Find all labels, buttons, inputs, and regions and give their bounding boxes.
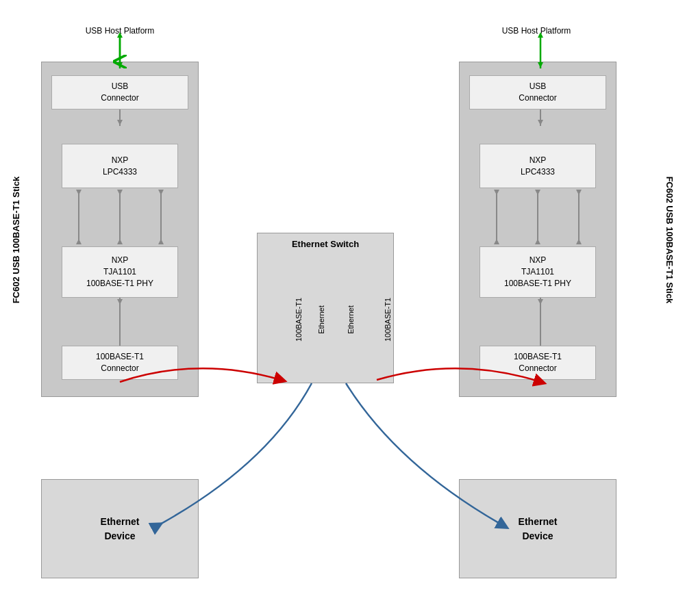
ethernet-switch-box: Ethernet Switch 100BASE-T1 Ethernet Ethe…: [257, 233, 394, 383]
ethernet-switch-label: Ethernet Switch: [258, 239, 393, 249]
switch-port-ethernet-right: Ethernet: [347, 305, 355, 334]
left-tja1101: NXP TJA1101 100BASE-T1 PHY: [62, 246, 178, 298]
switch-port-100base-t1-left: 100BASE-T1: [295, 298, 303, 342]
left-ethernet-device: Ethernet Device: [41, 479, 199, 578]
left-t1-connector: 100BASE-T1 Connector: [62, 346, 178, 380]
left-lpc4333: NXP LPC4333: [62, 144, 178, 188]
right-stick-label: FC602 USB 100BASE-T1 Stick: [665, 176, 675, 303]
right-ethernet-device: Ethernet Device: [459, 479, 616, 578]
diagram-container: USB Host Platform USB Host Platform FC60…: [0, 0, 685, 616]
right-t1-connector: 100BASE-T1 Connector: [480, 346, 596, 380]
switch-port-ethernet-left: Ethernet: [317, 305, 325, 334]
right-tja1101: NXP TJA1101 100BASE-T1 PHY: [480, 246, 596, 298]
switch-port-100base-t1-right: 100BASE-T1: [384, 298, 392, 342]
left-usb-connector: USB Connector: [51, 75, 188, 110]
usb-host-left-label: USB Host Platform: [75, 26, 164, 36]
right-lpc4333: NXP LPC4333: [480, 144, 596, 188]
usb-host-right-label: USB Host Platform: [492, 26, 581, 36]
left-stick-label: FC602 USB 100BASE-T1 Stick: [12, 176, 22, 303]
right-usb-connector: USB Connector: [469, 75, 606, 110]
